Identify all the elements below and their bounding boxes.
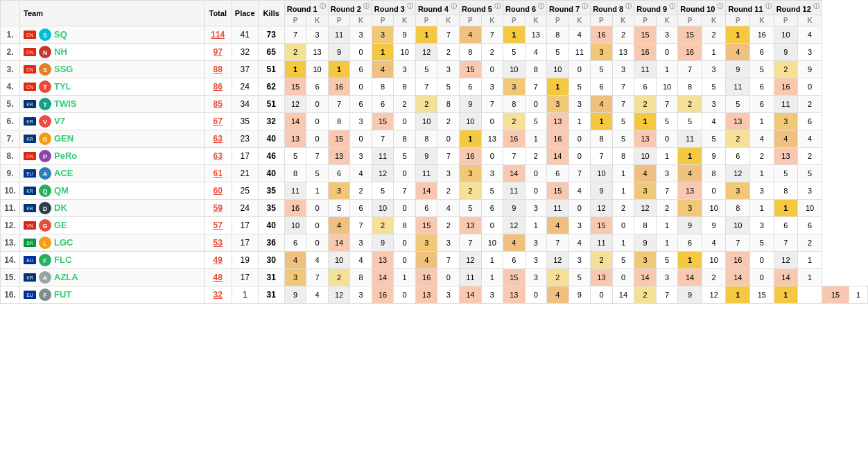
r9-place-cell: 11	[634, 60, 657, 78]
team-cell: KR G GEN	[20, 130, 205, 147]
r6-kills-cell: 0	[525, 164, 547, 182]
svg-text:CN: CN	[26, 154, 33, 159]
svg-text:KR: KR	[26, 275, 33, 280]
kills-header: Kills	[258, 1, 284, 26]
r8-place-cell: 2	[591, 251, 613, 268]
r2-kills-cell: 3	[350, 112, 372, 130]
r3-place-cell: 14	[372, 268, 394, 286]
kills-cell: 32	[258, 112, 284, 130]
svg-text:V: V	[43, 119, 47, 126]
r4-kills-cell: 3	[437, 234, 460, 251]
r7-place-cell: 4	[547, 286, 569, 303]
r7-kills-cell: 5	[568, 268, 591, 286]
r1-kills-cell: 0	[306, 95, 329, 112]
r12-kills-cell: 1	[798, 251, 822, 268]
place-cell: 41	[232, 26, 258, 43]
r2-kills-cell: 3	[350, 286, 372, 303]
r2-kills-cell: 7	[350, 216, 372, 234]
r7-kills-cell: 4	[568, 234, 591, 251]
total-cell: 63	[204, 130, 232, 147]
table-row: 3. CN S SSG 8837511101643531501081005311…	[1, 60, 868, 78]
r5-kills-cell: 3	[481, 164, 503, 182]
svg-text:KR: KR	[26, 119, 33, 124]
r6-place-cell: 6	[503, 251, 526, 268]
place-cell: 24	[232, 199, 258, 216]
r5-place-cell: 6	[459, 78, 481, 95]
r7-kills-cell: 0	[568, 130, 591, 147]
table-row: 16. EU F FUT 321319412316013314313049014…	[1, 286, 868, 303]
svg-text:F: F	[43, 257, 47, 264]
r11-place-cell: 7	[726, 234, 750, 251]
r3-k-header: K	[394, 15, 416, 26]
r2-place-cell: 9	[328, 43, 350, 60]
r2-kills-cell: 6	[350, 95, 372, 112]
r4-p-header: P	[415, 15, 437, 26]
r3-place-cell: 4	[372, 60, 394, 78]
r4-kills-cell: 7	[437, 147, 460, 164]
r1-kills-cell: 0	[306, 199, 329, 216]
r8-place-cell: 0	[591, 286, 613, 303]
r9-place-cell: 4	[634, 164, 657, 182]
r4-place-cell: 9	[415, 147, 437, 164]
r10-place-cell: 8	[678, 78, 702, 95]
r5-place-cell: 1	[459, 130, 481, 147]
r8-kills-cell: 0	[612, 268, 634, 286]
place-cell: 1	[232, 286, 258, 303]
r4-place-cell: 4	[415, 251, 437, 268]
r1-kills-cell: 7	[306, 147, 329, 164]
place-cell: 17	[232, 234, 258, 251]
r11-place-cell: 13	[726, 112, 750, 130]
r3-kills-cell: 0	[394, 234, 416, 251]
r7-kills-cell: 11	[568, 43, 591, 60]
svg-text:N: N	[43, 49, 48, 56]
round3-header: Round 3 ⓘ	[372, 1, 415, 15]
r12-place-cell: 5	[774, 164, 798, 182]
r5-kills-cell: 0	[481, 112, 503, 130]
rank-cell: 5.	[1, 95, 20, 112]
rank-cell: 14.	[1, 251, 20, 268]
r10-k-header: K	[702, 15, 726, 26]
r1-place-cell: 14	[284, 112, 306, 130]
r10-place-cell: 15	[678, 26, 702, 43]
kills-cell: 46	[258, 147, 284, 164]
team-cell: KR V V7	[20, 112, 205, 130]
r3-kills-cell: 8	[394, 216, 416, 234]
r11-kills-cell: 4	[750, 130, 774, 147]
svg-text:KR: KR	[26, 137, 33, 141]
r7-place-cell: 14	[547, 147, 569, 164]
rank-cell: 10.	[1, 182, 20, 199]
r7-kills-cell: 0	[568, 60, 591, 78]
r5-kills-cell: 0	[481, 216, 503, 234]
table-row: 13. BR L LGC 531736601439033710437411191…	[1, 234, 868, 251]
r1-p-header: P	[284, 15, 306, 26]
r12-kills-cell: 0	[798, 78, 822, 95]
r2-kills-cell: 0	[350, 43, 372, 60]
r9-kills-cell: 0	[656, 43, 678, 60]
svg-text:CN: CN	[26, 67, 33, 72]
r4-kills-cell: 3	[437, 286, 460, 303]
total-cell: 49	[204, 251, 232, 268]
r11-p-header: P	[726, 15, 750, 26]
r7-kills-cell: 0	[568, 199, 591, 216]
r7-kills-cell: 3	[568, 216, 591, 234]
r1-kills-cell: 1	[306, 182, 329, 199]
r9-place-cell: 6	[634, 78, 657, 95]
r10-place-cell: 14	[678, 268, 702, 286]
r11-place-cell: 14	[726, 268, 750, 286]
r9-kills-cell: 3	[656, 26, 678, 43]
rank-cell: 8.	[1, 147, 20, 164]
r3-place-cell: 5	[372, 182, 394, 199]
r8-kills-cell: 2	[612, 26, 634, 43]
kills-cell: 40	[258, 216, 284, 234]
total-cell: 57	[204, 216, 232, 234]
place-cell: 34	[232, 95, 258, 112]
place-cell: 24	[232, 78, 258, 95]
r11-kills-cell: 1	[750, 199, 774, 216]
total-cell: 53	[204, 234, 232, 251]
r6-place-cell: 3	[503, 78, 526, 95]
r9-kills-cell: 1	[656, 216, 678, 234]
r11-kills-cell: 1	[750, 112, 774, 130]
r10-place-cell: 4	[678, 164, 702, 182]
r8-place-cell: 10	[591, 164, 613, 182]
table-row: 4. CN T TYL 8624621561608875633715676108…	[1, 78, 868, 95]
